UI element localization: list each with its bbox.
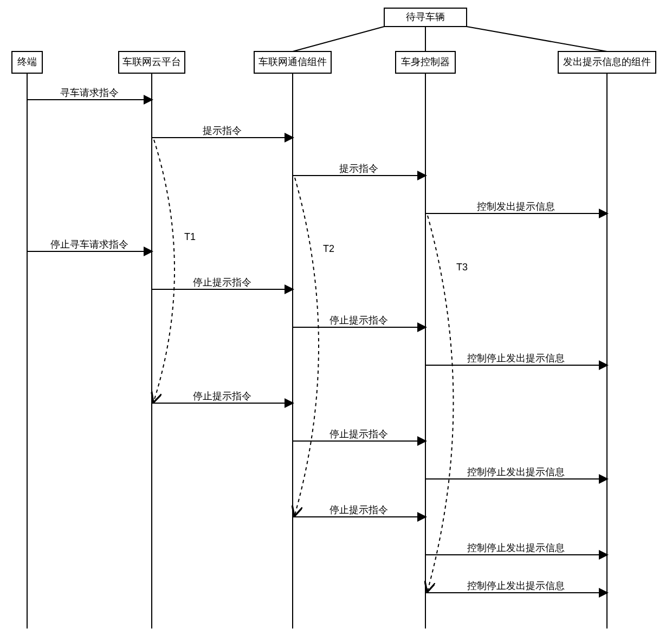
message-m5-label: 停止寻车请求指令 — [50, 239, 128, 250]
timer-arc-t3 — [428, 216, 454, 591]
participant-bcu-label: 车身控制器 — [401, 56, 450, 67]
message-m4-label: 控制发出提示信息 — [477, 201, 555, 212]
message-m11-label: 控制停止发出提示信息 — [467, 466, 565, 477]
message-m12-label: 停止提示指令 — [329, 504, 388, 515]
group-connector — [467, 27, 607, 51]
timer-arc-t2 — [295, 178, 319, 515]
participant-comm-label: 车联网通信组件 — [259, 56, 327, 67]
participant-emitter-label: 发出提示信息的组件 — [563, 56, 651, 67]
sequence-diagram: 待寻车辆 终端 车联网云平台 车联网通信组件 车身控制器 发出提示信息的组件 寻… — [0, 0, 672, 635]
message-m8-label: 控制停止发出提示信息 — [467, 353, 565, 364]
message-m14-label: 控制停止发出提示信息 — [467, 580, 565, 591]
message-m9-label: 停止提示指令 — [193, 391, 251, 401]
message-m3-label: 提示指令 — [339, 163, 378, 174]
timer-label-t3: T3 — [456, 262, 468, 273]
message-m6-label: 停止提示指令 — [193, 277, 251, 288]
participant-terminal-label: 终端 — [17, 56, 37, 67]
message-m1-label: 寻车请求指令 — [60, 87, 119, 98]
message-m13-label: 控制停止发出提示信息 — [467, 542, 565, 553]
message-m10-label: 停止提示指令 — [329, 429, 388, 439]
timer-label-t2: T2 — [323, 243, 334, 254]
message-m7-label: 停止提示指令 — [329, 315, 388, 326]
participant-cloud-label: 车联网云平台 — [122, 56, 181, 67]
timer-arc-t1 — [154, 140, 175, 401]
message-m2-label: 提示指令 — [203, 125, 242, 136]
timer-label-t1: T1 — [184, 231, 196, 242]
group-box-vehicle-label: 待寻车辆 — [406, 11, 445, 22]
group-connector — [293, 27, 384, 51]
